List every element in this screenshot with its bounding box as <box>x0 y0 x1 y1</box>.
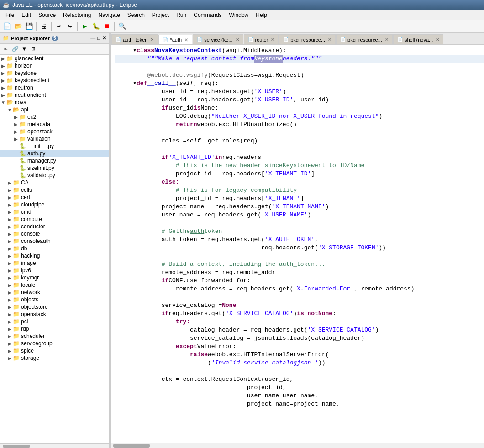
toolbar-debug[interactable]: 🐛 <box>91 21 101 32</box>
tree-arrow-conductor[interactable]: ▶ <box>6 224 13 229</box>
tree-item-objectstore[interactable]: ▶ 📁 objectstore <box>0 303 109 311</box>
code-line[interactable]: else: <box>115 178 484 186</box>
tree-item-keymgr[interactable]: ▶ 📁 keymgr <box>0 274 109 281</box>
tree-arrow-hacking[interactable]: ▶ <box>6 253 13 258</box>
code-line[interactable]: user_id = req.headers.get( 'X_USER' ) <box>115 88 484 96</box>
code-line[interactable]: LOG.debug( "Neither X_USER_ID nor X_USER… <box>115 112 484 121</box>
tree-item-horizon[interactable]: ▶ 📁 horizon <box>0 62 109 69</box>
tree-arrow-objects[interactable]: ▶ <box>6 297 13 302</box>
tree-arrow-rdp[interactable]: ▶ <box>6 327 13 332</box>
code-line[interactable] <box>115 219 484 227</box>
tree-item-neutronclient[interactable]: ▶ 📁 neutronclient <box>0 91 109 99</box>
menu-refactoring[interactable]: Refactoring <box>59 10 95 20</box>
tree-arrow-neutronclient[interactable]: ▶ <box>0 93 6 98</box>
tab-close-auth[interactable]: ✕ <box>184 37 188 42</box>
tree-item-image[interactable]: ▶ 📁 image <box>0 259 109 267</box>
tree-item-pci[interactable]: ▶ 📁 pci <box>0 318 109 325</box>
tree-arrow-compute[interactable]: ▶ <box>6 217 13 222</box>
tree-arrow-cloudpipe[interactable]: ▶ <box>6 202 13 207</box>
code-line[interactable]: raise webob.exc.HTTPInternalServerError( <box>115 351 484 359</box>
tree-item-neutron[interactable]: ▶ 📁 neutron <box>0 84 109 91</box>
tree-item-sizelimit-py[interactable]: ▶ 🐍 sizelimit.py <box>0 164 109 172</box>
tab-auth[interactable]: 📄 *auth ✕ <box>158 35 192 45</box>
tree-arrow-cmd[interactable]: ▶ <box>6 210 13 215</box>
code-line[interactable]: @webob.dec.wsgify (RequestClass=wsgi.Req… <box>115 71 484 79</box>
tree-item-ec2[interactable]: ▶ 📁 ec2 <box>0 113 109 121</box>
tree-item-api[interactable]: ▼ 📂 api <box>0 106 109 113</box>
tree-arrow-CA[interactable]: ▶ <box>6 180 13 185</box>
scrollbar-thumb[interactable] <box>3 445 30 448</box>
scrollbar-thumb[interactable] <box>113 444 150 448</box>
code-line[interactable]: project_name=project_name, <box>115 400 484 408</box>
tree-item-spice[interactable]: ▶ 📁 spice <box>0 347 109 354</box>
code-line[interactable]: auth_token = req.headers.get( 'X_AUTH_TO… <box>115 236 484 244</box>
tree-item-objects[interactable]: ▶ 📁 objects <box>0 296 109 303</box>
menu-commands[interactable]: Commands <box>190 10 225 20</box>
code-line[interactable]: catalog_header = req.headers.get( 'X_SER… <box>115 326 484 334</box>
toolbar-search[interactable]: 🔍 <box>117 21 127 32</box>
code-line[interactable] <box>115 129 484 137</box>
tree-arrow-scheduler[interactable]: ▶ <box>6 334 13 339</box>
code-line[interactable]: ctx = context.RequestContext(user_id, <box>115 375 484 384</box>
code-line[interactable] <box>115 145 484 153</box>
code-line[interactable]: if user_id is None: <box>115 104 484 112</box>
tab-close-router[interactable]: ✕ <box>271 37 274 42</box>
tree-arrow-glanceclient[interactable]: ▶ <box>0 56 6 61</box>
code-line[interactable]: service_catalog = None <box>115 301 484 310</box>
code-line[interactable]: # This is for legacy compatibility <box>115 186 484 195</box>
code-line[interactable]: _( 'Invalid service catalog json .' )) <box>115 359 484 367</box>
sidebar-link-editor[interactable]: 🔗 <box>11 45 19 53</box>
code-line[interactable]: if 'X_TENANT_ID' in req.headers: <box>115 153 484 162</box>
project-tree[interactable]: ▶ 📁 glanceclient ▶ 📁 horizon ▶ 📁 keyston… <box>0 55 109 443</box>
tree-arrow-storage[interactable]: ▶ <box>6 356 13 361</box>
tree-item-glanceclient[interactable]: ▶ 📁 glanceclient <box>0 55 109 62</box>
menu-navigate[interactable]: Navigate <box>95 10 123 20</box>
code-line[interactable]: ▾ def __call__ (self, req): <box>115 79 484 88</box>
editor-horizontal-scrollbar[interactable] <box>111 443 484 448</box>
toolbar-undo[interactable]: ↩ <box>54 21 64 32</box>
menu-project[interactable]: Project <box>148 10 173 20</box>
code-line[interactable]: roles = self ._get_roles(req) <box>115 137 484 145</box>
code-line[interactable]: # Get the auth token <box>115 227 484 236</box>
code-line[interactable]: except ValueError: <box>115 343 484 351</box>
menu-run[interactable]: Run <box>173 10 190 20</box>
tree-arrow-metadata[interactable]: ▶ <box>13 122 19 127</box>
tree-arrow-cells[interactable]: ▶ <box>6 188 13 193</box>
sidebar-horizontal-scrollbar[interactable] <box>0 443 109 448</box>
tree-item-console[interactable]: ▶ 📁 console <box>0 230 109 237</box>
tree-item-openstack[interactable]: ▶ 📁 openstack <box>0 128 109 135</box>
tree-item-storage[interactable]: ▶ 📁 storage <box>0 354 109 362</box>
code-line[interactable] <box>115 367 484 375</box>
tree-arrow-neutron[interactable]: ▶ <box>0 85 6 90</box>
tree-item-keystoneclient[interactable]: ▶ 📁 keystoneclient <box>0 77 109 84</box>
tree-arrow-db[interactable]: ▶ <box>6 246 13 251</box>
toolbar-redo[interactable]: ↪ <box>65 21 75 32</box>
tab-shell[interactable]: 📄 shell (nova... ✕ <box>393 34 443 44</box>
tree-arrow-console[interactable]: ▶ <box>6 232 13 237</box>
tree-item-CA[interactable]: ▶ 📁 CA <box>0 179 109 186</box>
toolbar-open[interactable]: 📂 <box>13 21 23 32</box>
tree-arrow-api[interactable]: ▼ <box>6 107 13 112</box>
code-line[interactable]: project_id, <box>115 384 484 392</box>
code-line[interactable]: # Build a context, including the auth_to… <box>115 260 484 269</box>
tab-close-pkg2[interactable]: ✕ <box>385 37 389 42</box>
tree-item-compute[interactable]: ▶ 📁 compute <box>0 216 109 223</box>
toolbar-stop[interactable]: ⏹ <box>102 21 112 32</box>
tree-arrow-objectstore[interactable]: ▶ <box>6 305 13 310</box>
tree-arrow-cert[interactable]: ▶ <box>6 195 13 200</box>
toolbar-print[interactable]: 🖨 <box>39 21 49 32</box>
code-line[interactable]: service_catalog = jsonutils.loads(catalo… <box>115 334 484 343</box>
tab-pkg1[interactable]: 📄 pkg_resource... ✕ <box>279 34 336 44</box>
tab-auth-token[interactable]: 📄 auth_token ✕ <box>111 34 158 44</box>
code-line[interactable]: user_name=user_name, <box>115 392 484 400</box>
tree-arrow-ipv6[interactable]: ▶ <box>6 268 13 273</box>
tree-item-validator-py[interactable]: ▶ 🐍 validator.py <box>0 172 109 179</box>
code-line[interactable]: try: <box>115 318 484 326</box>
tree-item-db[interactable]: ▶ 📁 db <box>0 245 109 252</box>
code-line[interactable]: if CONF.use_forwarded_for: <box>115 277 484 285</box>
tree-arrow-image[interactable]: ▶ <box>6 261 13 266</box>
tree-item-conductor[interactable]: ▶ 📁 conductor <box>0 223 109 230</box>
tab-router[interactable]: 📄 router ✕ <box>244 34 279 44</box>
tree-item-metadata[interactable]: ▶ 📁 metadata <box>0 121 109 128</box>
sidebar-maximize-icon[interactable]: □ <box>97 35 100 41</box>
